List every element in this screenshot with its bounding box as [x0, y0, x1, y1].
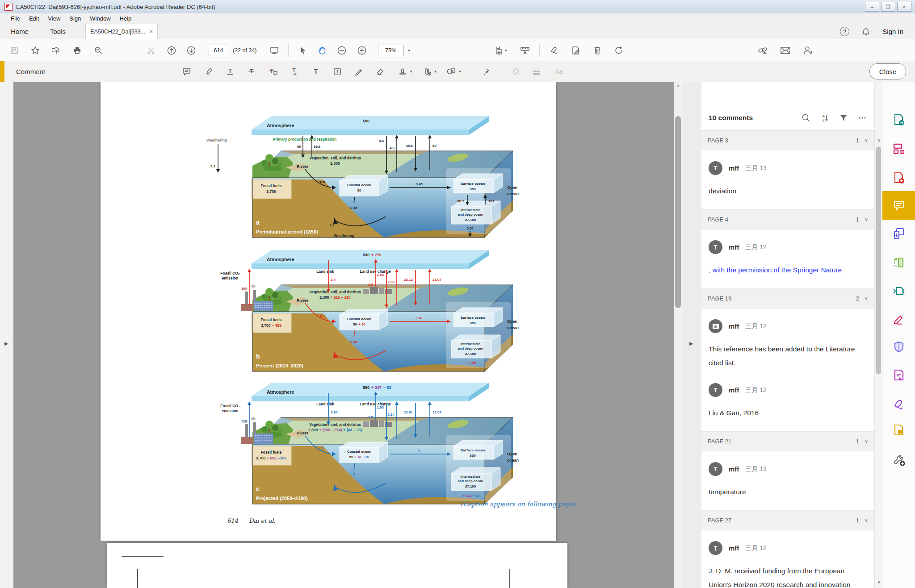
help-icon[interactable]: ? [840, 27, 849, 36]
tab-document[interactable]: EA50CH22_Dai[593... × [85, 24, 158, 40]
edit-pdf-icon[interactable] [882, 305, 915, 334]
star-favorites-icon[interactable] [30, 46, 40, 55]
expand-left-pane-icon[interactable]: ▶ [4, 341, 8, 346]
highlighter-icon[interactable] [204, 67, 214, 76]
next-page-icon[interactable] [186, 46, 196, 55]
comment-item[interactable]: mff 三月 12 This reference has been added … [701, 309, 874, 381]
create-pdf-icon[interactable] [882, 163, 915, 192]
stamp-icon[interactable] [398, 67, 407, 76]
pdf-page-614[interactable]: Atmosphere 590 [101, 82, 556, 541]
comment-item[interactable]: mff 三月 12 Liu & Gan, 2016 [701, 381, 874, 431]
combine-files-icon[interactable] [882, 219, 915, 248]
comments-options-icon[interactable] [857, 113, 867, 123]
document-scrollbar-thumb[interactable] [675, 116, 681, 308]
comment-item[interactable]: mff 三月 12 J. D. M. received funding from… [701, 530, 874, 588]
tab-tools[interactable]: Tools [39, 28, 76, 35]
prepare-form-icon[interactable] [882, 361, 915, 389]
rotate-icon[interactable] [614, 46, 624, 55]
minimize-button[interactable]: – [865, 2, 879, 12]
attach-file-icon[interactable] [422, 67, 432, 76]
close-window-button[interactable]: × [897, 2, 911, 12]
line-thickness-icon[interactable] [532, 67, 541, 76]
fill-sign-pen-icon[interactable] [882, 390, 915, 418]
page-group-header[interactable]: PAGE 3 1∨ [701, 130, 874, 150]
sign-in-button[interactable]: Sign In [882, 28, 903, 35]
page-group-header[interactable]: PAGE 19 2∨ [701, 288, 874, 309]
strikethrough-text-icon[interactable]: T [247, 67, 256, 76]
comment-item[interactable]: mff 三月 12 , with the permission of the S… [701, 229, 874, 288]
sticky-note-icon[interactable] [182, 67, 192, 76]
collapse-group-icon[interactable]: ∨ [865, 517, 868, 523]
delete-trash-icon[interactable] [592, 46, 602, 55]
collapse-group-icon[interactable]: ∨ [865, 296, 868, 301]
email-icon[interactable] [780, 46, 790, 55]
notifications-bell-icon[interactable] [861, 27, 871, 37]
cut-scissors-icon[interactable] [146, 46, 156, 55]
share-person-icon[interactable] [802, 46, 812, 55]
save-icon[interactable] [9, 46, 19, 55]
sign-pen-icon[interactable] [550, 46, 559, 55]
underline-text-icon[interactable]: T [225, 67, 235, 76]
draw-pencil-icon[interactable] [354, 67, 364, 76]
search-comments-icon[interactable] [801, 113, 811, 123]
replace-text-icon[interactable]: T [268, 67, 278, 76]
collapse-group-icon[interactable]: ∨ [865, 438, 868, 444]
sort-comments-icon[interactable]: AZ [820, 113, 830, 123]
find-icon[interactable] [93, 46, 103, 55]
menu-view[interactable]: View [43, 15, 65, 22]
menu-help[interactable]: Help [115, 15, 136, 22]
filter-comments-icon[interactable] [839, 113, 848, 123]
fill-color-icon[interactable] [511, 67, 521, 76]
zoom-level-input[interactable]: 75% [378, 45, 404, 56]
zoom-in-icon[interactable] [357, 46, 367, 55]
hand-tool-icon[interactable] [317, 46, 327, 55]
protect-pdf-icon[interactable] [882, 333, 915, 361]
comment-item[interactable]: mff 三月 13 deviation [701, 150, 874, 209]
tab-close-icon[interactable]: × [150, 29, 153, 35]
organize-pages-icon[interactable] [882, 134, 915, 163]
fit-dropdown-icon[interactable]: ▾ [505, 48, 507, 53]
menu-edit[interactable]: Edit [25, 15, 43, 22]
page-number-input[interactable]: 614 [209, 45, 228, 56]
close-comment-button[interactable]: Close [869, 63, 906, 79]
shapes-dropdown-icon[interactable]: ▾ [459, 69, 461, 74]
keep-tool-pin-icon[interactable] [481, 67, 491, 76]
collapse-group-icon[interactable]: ∨ [865, 217, 868, 222]
eraser-icon[interactable] [376, 67, 386, 76]
page-group-header[interactable]: PAGE 21 1∨ [701, 431, 874, 451]
scroll-up-icon[interactable]: ∧ [674, 82, 682, 89]
menu-window[interactable]: Window [85, 15, 115, 22]
collapse-group-icon[interactable]: ∨ [865, 138, 868, 143]
single-page-view-icon[interactable] [269, 46, 279, 55]
measure-ruler-icon[interactable] [520, 46, 529, 55]
comment-item[interactable]: mff 三月 13 temperature [701, 451, 874, 510]
fit-width-icon[interactable] [495, 46, 505, 55]
menu-sign[interactable]: Sign [65, 15, 85, 22]
export-pdf-icon[interactable] [882, 105, 915, 134]
stamp-dropdown-icon[interactable]: ▾ [410, 69, 412, 74]
link-tools-icon[interactable] [758, 46, 768, 55]
menu-file[interactable]: File [6, 15, 25, 22]
zoom-out-icon[interactable] [337, 46, 347, 55]
more-tools-icon[interactable] [882, 446, 915, 474]
compress-pdf-icon[interactable] [882, 277, 915, 305]
comment-tool-icon[interactable] [882, 191, 915, 220]
edit-page-icon[interactable] [571, 46, 581, 55]
comments-scrollbar-thumb[interactable] [876, 146, 881, 374]
text-box-icon[interactable]: T [332, 67, 342, 76]
document-view[interactable]: Atmosphere 590 [13, 82, 674, 588]
shapes-icon[interactable] [446, 67, 456, 76]
tab-home[interactable]: Home [0, 28, 39, 35]
scan-ocr-icon[interactable] [882, 248, 915, 277]
document-scrollbar[interactable]: ∧ [674, 82, 682, 588]
print-icon[interactable] [72, 46, 82, 55]
collapse-comments-icon[interactable]: ▶ [689, 341, 693, 346]
pdf-page-615[interactable] [107, 543, 567, 588]
zoom-dropdown-icon[interactable]: ▾ [408, 48, 411, 53]
page-group-header[interactable]: PAGE 27 1∨ [701, 510, 874, 530]
share-upload-icon[interactable] [51, 46, 61, 55]
select-tool-icon[interactable] [298, 46, 307, 55]
add-text-icon[interactable]: T [311, 67, 321, 76]
previous-page-icon[interactable] [167, 46, 176, 55]
insert-text-icon[interactable]: T [290, 67, 299, 76]
